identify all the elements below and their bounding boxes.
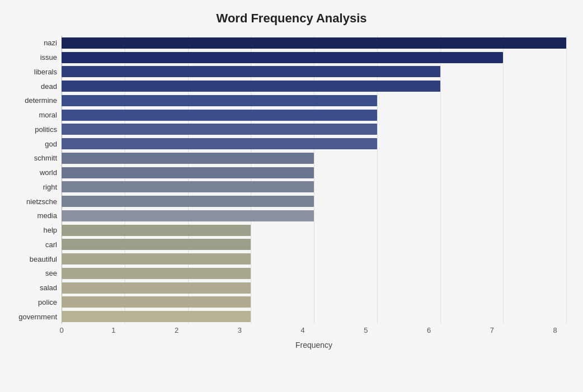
- bar-row: see: [62, 267, 566, 280]
- bar: [62, 253, 251, 265]
- bar-label: media: [7, 211, 57, 220]
- x-axis: 012345678 Frequency: [62, 326, 566, 350]
- bar-row: nazi: [62, 36, 566, 50]
- bar-label: politics: [7, 125, 57, 134]
- bar-label: world: [7, 168, 57, 177]
- chart-container: Word Frequency Analysis naziissueliberal…: [0, 0, 583, 392]
- bar-row: carl: [62, 238, 566, 251]
- bars-section: naziissueliberalsdeaddeterminemoralpolit…: [62, 36, 566, 324]
- bar-row: help: [62, 224, 566, 237]
- bar: [62, 181, 314, 192]
- bar-label: see: [7, 269, 57, 277]
- bar: [62, 282, 251, 294]
- bar-label: schmitt: [7, 154, 57, 162]
- bar-label: police: [7, 298, 57, 306]
- bar-label: issue: [7, 53, 57, 62]
- bar-label: salad: [7, 284, 57, 292]
- bar-row: god: [62, 137, 566, 150]
- x-tick: 2: [166, 326, 188, 334]
- bar-label: god: [7, 140, 57, 148]
- bar-label: help: [7, 226, 57, 234]
- bar: [62, 239, 251, 250]
- bar-row: government: [62, 310, 566, 323]
- bar: [62, 268, 251, 279]
- x-tick: 8: [544, 326, 566, 334]
- bar-row: schmitt: [62, 152, 566, 165]
- bar: [62, 138, 377, 149]
- bar: [62, 225, 251, 236]
- x-tick: 4: [292, 326, 314, 334]
- x-tick: 5: [355, 326, 377, 334]
- chart-title: Word Frequency Analysis: [17, 11, 566, 26]
- bar: [62, 210, 314, 221]
- x-tick: 6: [418, 326, 440, 334]
- gridline: [566, 36, 567, 324]
- bar: [62, 110, 377, 121]
- bar-row: media: [62, 209, 566, 223]
- x-tick: 3: [228, 326, 251, 334]
- bar-row: beautiful: [62, 252, 566, 266]
- bar: [62, 66, 440, 77]
- bar: [62, 37, 566, 49]
- bar-label: moral: [7, 111, 57, 119]
- bar-row: right: [62, 180, 566, 193]
- bar-row: issue: [62, 51, 566, 64]
- bar: [62, 167, 314, 178]
- bar-row: determine: [62, 94, 566, 107]
- bar: [62, 52, 503, 63]
- x-axis-label: Frequency: [62, 341, 566, 350]
- x-tick: 1: [102, 326, 125, 334]
- bar: [62, 153, 314, 164]
- chart-area: naziissueliberalsdeaddeterminemoralpolit…: [62, 36, 566, 350]
- bar-label: dead: [7, 82, 57, 91]
- bar-label: nazi: [7, 39, 57, 47]
- bar-label: beautiful: [7, 255, 57, 263]
- bar: [62, 95, 377, 106]
- bar-label: government: [7, 313, 57, 321]
- bar: [62, 196, 314, 207]
- bar: [62, 296, 251, 308]
- bar-row: moral: [62, 108, 566, 122]
- bar-label: right: [7, 183, 57, 191]
- bar: [62, 81, 440, 92]
- x-tick: 0: [50, 326, 73, 334]
- bar-row: liberals: [62, 65, 566, 78]
- x-tick: 7: [481, 326, 503, 334]
- bar: [62, 311, 251, 322]
- bar-label: nietzsche: [7, 197, 57, 206]
- bar-row: dead: [62, 79, 566, 93]
- bar-label: determine: [7, 96, 57, 105]
- bar-label: carl: [7, 240, 57, 249]
- bar-row: police: [62, 295, 566, 309]
- bar-label: liberals: [7, 68, 57, 76]
- bar-row: nietzsche: [62, 195, 566, 208]
- bar-row: world: [62, 166, 566, 180]
- bar: [62, 124, 377, 135]
- bar-row: salad: [62, 281, 566, 295]
- bar-row: politics: [62, 122, 566, 136]
